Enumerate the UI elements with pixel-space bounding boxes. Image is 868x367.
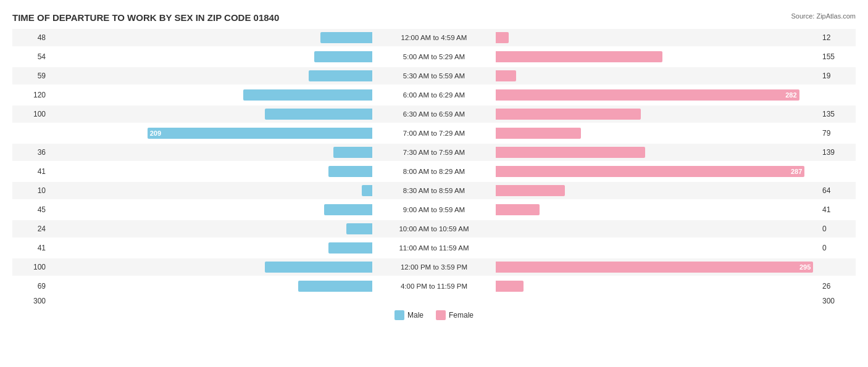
legend-female: Female [436, 310, 474, 320]
chart-title: TIME OF DEPARTURE TO WORK BY SEX IN ZIP … [12, 12, 856, 23]
bars-center: 10:00 AM to 10:59 AM [49, 220, 819, 237]
left-value: 100 [12, 263, 49, 271]
male-bar [309, 70, 372, 81]
right-bar-wrap [496, 51, 819, 63]
bar-row: 41 11:00 AM to 11:59 AM 0 [12, 239, 856, 257]
male-bar [328, 166, 372, 177]
right-value: 26 [819, 282, 856, 291]
right-bar-wrap [496, 204, 819, 216]
bar-row: 59 5:30 AM to 5:59 AM 19 [12, 67, 856, 85]
source-text: Source: ZipAtlas.com [791, 12, 856, 20]
male-bar [320, 32, 372, 43]
right-bar-wrap [496, 184, 819, 197]
time-label: 10:00 AM to 10:59 AM [372, 225, 496, 233]
female-bar: 282 [496, 89, 799, 101]
left-value: 59 [12, 72, 49, 80]
female-bar [496, 32, 509, 43]
bars-center: 12:00 AM to 4:59 AM [49, 29, 819, 46]
right-value: 41 [819, 205, 856, 214]
left-bar-wrap [49, 89, 372, 101]
time-label: 7:30 AM to 7:59 AM [372, 149, 496, 156]
time-label: 6:30 AM to 6:59 AM [372, 110, 496, 118]
legend-female-box [436, 310, 446, 320]
left-bar-wrap [49, 184, 372, 197]
bars-center: 4:00 PM to 11:59 PM [49, 278, 819, 295]
chart-container: TIME OF DEPARTURE TO WORK BY SEX IN ZIP … [0, 0, 868, 367]
left-bar-wrap [49, 146, 372, 159]
left-bar-wrap [49, 70, 372, 82]
left-bar-wrap [49, 108, 372, 120]
male-bar [324, 204, 372, 215]
right-bar-wrap [496, 242, 819, 254]
scale-right: 300 [819, 297, 856, 305]
bar-row: 48 12:00 AM to 4:59 AM 12 [12, 29, 856, 46]
left-value: 24 [12, 225, 49, 233]
bars-center: 5:30 AM to 5:59 AM [49, 67, 819, 85]
right-bar-wrap [496, 70, 819, 82]
female-bar [496, 204, 540, 215]
time-label: 5:00 AM to 5:29 AM [372, 53, 496, 60]
bar-row: 100 12:00 PM to 3:59 PM 295 [12, 258, 856, 276]
right-bar-wrap [496, 280, 819, 292]
left-value: 41 [12, 244, 49, 252]
time-label: 12:00 AM to 4:59 AM [372, 34, 496, 41]
female-bar: 295 [496, 262, 813, 273]
left-bar-wrap [49, 31, 372, 44]
right-value: 135 [819, 110, 856, 118]
left-value: 69 [12, 282, 49, 291]
left-bar-wrap: 209 [49, 127, 372, 139]
bar-row: 69 4:00 PM to 11:59 PM 26 [12, 278, 856, 295]
right-bar-wrap [496, 31, 819, 44]
bar-row: 54 5:00 AM to 5:29 AM 155 [12, 48, 856, 65]
right-value: 79 [819, 129, 856, 138]
time-label: 11:00 AM to 11:59 AM [372, 244, 496, 252]
male-bar [265, 262, 372, 273]
bars-center: 8:00 AM to 8:29 AM 287 [49, 163, 819, 180]
bar-row: 209 7:00 AM to 7:29 AM 79 [12, 125, 856, 142]
right-value: 64 [819, 186, 856, 195]
legend-male-box [394, 310, 404, 320]
bars-center: 7:30 AM to 7:59 AM [49, 144, 819, 161]
male-bar: 209 [148, 128, 372, 139]
right-value: 12 [819, 33, 856, 42]
scale-left: 300 [12, 297, 49, 305]
left-bar-wrap [49, 165, 372, 178]
bar-value-male: 209 [150, 130, 161, 137]
male-bar [265, 109, 372, 120]
chart-area: 48 12:00 AM to 4:59 AM 12 54 5:00 AM to … [12, 29, 856, 295]
bar-row: 41 8:00 AM to 8:29 AM 287 [12, 163, 856, 180]
scale-row: 300 300 [12, 297, 856, 305]
left-value: 100 [12, 110, 49, 118]
female-bar: 287 [496, 166, 804, 177]
left-bar-wrap [49, 242, 372, 254]
male-bar [362, 185, 372, 196]
bar-value-female: 295 [799, 263, 811, 271]
right-value: 0 [819, 225, 856, 233]
bar-row: 24 10:00 AM to 10:59 AM 0 [12, 220, 856, 237]
bar-value-female: 287 [791, 168, 802, 175]
male-bar [346, 223, 372, 234]
right-bar-wrap [496, 108, 819, 120]
right-bar-wrap: 287 [496, 165, 819, 178]
male-bar [314, 51, 372, 62]
female-bar [496, 147, 645, 158]
right-bar-wrap: 282 [496, 89, 819, 101]
time-label: 5:30 AM to 5:59 AM [372, 72, 496, 80]
bars-center: 9:00 AM to 9:59 AM [49, 201, 819, 218]
time-label: 12:00 PM to 3:59 PM [372, 263, 496, 271]
left-value: 10 [12, 186, 49, 195]
time-label: 6:00 AM to 6:29 AM [372, 91, 496, 99]
time-label: 8:00 AM to 8:29 AM [372, 168, 496, 175]
bars-center: 5:00 AM to 5:29 AM [49, 48, 819, 65]
right-bar-wrap [496, 146, 819, 159]
left-value: 45 [12, 205, 49, 214]
male-bar [298, 281, 372, 292]
bars-center: 209 7:00 AM to 7:29 AM [49, 125, 819, 142]
bar-row: 45 9:00 AM to 9:59 AM 41 [12, 201, 856, 218]
time-label: 7:00 AM to 7:29 AM [372, 130, 496, 137]
left-bar-wrap [49, 280, 372, 292]
bar-value-female: 282 [785, 91, 796, 99]
left-value: 41 [12, 167, 49, 176]
time-label: 8:30 AM to 8:59 AM [372, 187, 496, 194]
left-value: 48 [12, 33, 49, 42]
